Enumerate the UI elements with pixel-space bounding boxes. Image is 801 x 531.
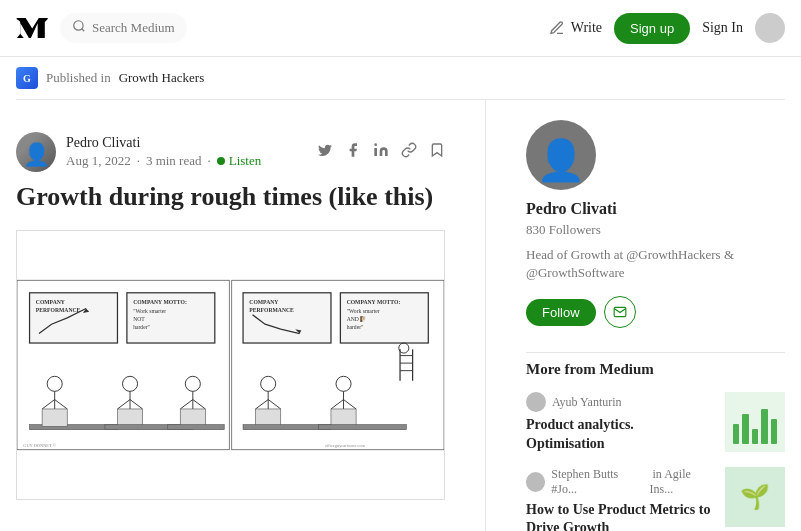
related-author-name: Ayub Yanturin — [552, 395, 622, 410]
svg-text:harder": harder" — [347, 324, 364, 330]
signin-link[interactable]: Sign In — [702, 20, 743, 36]
related-avatar — [526, 392, 546, 412]
link-icon[interactable] — [401, 142, 417, 162]
facebook-icon[interactable] — [345, 142, 361, 162]
related-image — [725, 392, 785, 452]
related-image: 🌱 — [725, 467, 785, 527]
author-name[interactable]: Pedro Clivati — [66, 135, 261, 151]
svg-text:GUY DONNET ©: GUY DONNET © — [23, 442, 56, 447]
header-right: Write Sign up Sign In — [549, 13, 785, 44]
author-row: 👤 Pedro Clivati Aug 1, 2022 · 3 min read… — [16, 120, 445, 180]
related-content: Stephen Butts #Jo... in Agile Ins... How… — [526, 467, 715, 531]
publication-bar: G Published in Growth Hackers — [16, 57, 785, 100]
sidebar: 👤 Pedro Clivati 830 Followers Head of Gr… — [485, 100, 785, 531]
svg-text:officeguycartoons.com: officeguycartoons.com — [325, 442, 366, 447]
bookmark-icon[interactable] — [429, 142, 445, 162]
svg-text:NOT: NOT — [133, 316, 145, 322]
svg-rect-59 — [256, 409, 281, 427]
sidebar-bio: Head of Growth at @GrowthHackers & @Grow… — [526, 246, 785, 282]
publish-date: Aug 1, 2022 — [66, 153, 131, 169]
write-button[interactable]: Write — [549, 20, 602, 36]
related-in: in Agile Ins... — [649, 467, 715, 497]
user-avatar[interactable] — [755, 13, 785, 43]
listen-label: Listen — [229, 153, 262, 169]
main-container: 👤 Pedro Clivati Aug 1, 2022 · 3 min read… — [0, 100, 801, 531]
svg-rect-68 — [318, 424, 406, 429]
author-left: 👤 Pedro Clivati Aug 1, 2022 · 3 min read… — [16, 132, 261, 172]
search-placeholder: Search Medium — [92, 20, 175, 36]
header: Search Medium Write Sign up Sign In — [0, 0, 801, 57]
svg-point-0 — [74, 21, 83, 30]
related-author-row: Ayub Yanturin — [526, 392, 715, 412]
article-area: 👤 Pedro Clivati Aug 1, 2022 · 3 min read… — [16, 100, 445, 531]
article-image: COMPANY PERFORMANCE COMPANY MOTTO: "Work… — [16, 230, 445, 500]
medium-logo[interactable] — [16, 18, 48, 38]
author-avatar[interactable]: 👤 — [16, 132, 56, 172]
related-content: Ayub Yanturin Product analytics. Optimis… — [526, 392, 715, 452]
write-label: Write — [571, 20, 602, 36]
svg-rect-26 — [117, 409, 142, 427]
svg-text:PERFORMANCE: PERFORMANCE — [36, 306, 81, 312]
header-left: Search Medium — [16, 13, 187, 43]
author-info: Pedro Clivati Aug 1, 2022 · 3 min read ·… — [66, 135, 261, 169]
svg-rect-60 — [243, 424, 331, 429]
linkedin-icon[interactable] — [373, 142, 389, 162]
svg-text:COMPANY MOTTO:: COMPANY MOTTO: — [133, 299, 187, 305]
listen-dot — [217, 157, 225, 165]
read-time: 3 min read — [146, 153, 202, 169]
follow-button[interactable]: Follow — [526, 299, 596, 326]
svg-text:AND 🧗: AND 🧗 — [347, 315, 369, 323]
svg-text:COMPANY: COMPANY — [36, 299, 65, 305]
related-author-row: Stephen Butts #Jo... in Agile Ins... — [526, 467, 715, 497]
search-bar[interactable]: Search Medium — [60, 13, 187, 43]
related-avatar — [526, 472, 545, 492]
subscribe-button[interactable] — [604, 296, 636, 328]
svg-rect-67 — [331, 409, 356, 427]
svg-text:PERFORMANCE: PERFORMANCE — [249, 306, 294, 312]
svg-rect-19 — [42, 409, 67, 427]
related-title[interactable]: How to Use Product Metrics to Drive Grow… — [526, 501, 715, 531]
svg-text:"Work smarter: "Work smarter — [347, 308, 380, 314]
related-author-name: Stephen Butts #Jo... — [551, 467, 643, 497]
sidebar-followers: 830 Followers — [526, 222, 785, 238]
svg-text:"Work smarter: "Work smarter — [133, 308, 166, 314]
sidebar-author-name[interactable]: Pedro Clivati — [526, 200, 785, 218]
svg-point-1 — [374, 143, 377, 146]
sidebar-author-avatar: 👤 — [526, 120, 596, 190]
author-meta: Aug 1, 2022 · 3 min read · Listen — [66, 153, 261, 169]
svg-rect-34 — [180, 409, 205, 427]
svg-rect-35 — [168, 424, 225, 429]
divider — [526, 352, 785, 353]
list-item: Ayub Yanturin Product analytics. Optimis… — [526, 392, 785, 452]
twitter-icon[interactable] — [317, 142, 333, 162]
svg-text:COMPANY: COMPANY — [249, 299, 278, 305]
more-from-heading: More from Medium — [526, 361, 785, 378]
publication-icon: G — [16, 67, 38, 89]
article-title: Growth during rough times (like this) — [16, 180, 445, 214]
search-icon — [72, 19, 86, 37]
listen-badge[interactable]: Listen — [217, 153, 262, 169]
svg-text:COMPANY MOTTO:: COMPANY MOTTO: — [347, 299, 401, 305]
list-item: Stephen Butts #Jo... in Agile Ins... How… — [526, 467, 785, 531]
svg-text:harder": harder" — [133, 324, 150, 330]
published-in-label: Published in — [46, 70, 111, 86]
sidebar-actions: Follow — [526, 296, 785, 328]
author-actions — [317, 142, 445, 162]
related-title[interactable]: Product analytics. Optimisation — [526, 416, 715, 452]
publication-name[interactable]: Growth Hackers — [119, 70, 205, 86]
signup-button[interactable]: Sign up — [614, 13, 690, 44]
